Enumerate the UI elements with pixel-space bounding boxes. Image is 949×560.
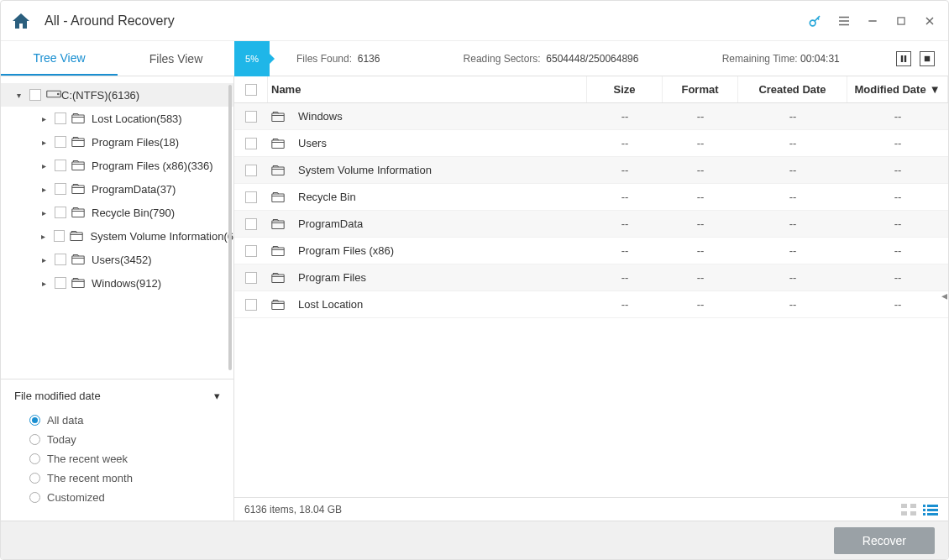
- tree-root[interactable]: ▾ C:(NTFS)(6136): [1, 83, 233, 107]
- tree-item[interactable]: ▸Windows(912): [1, 271, 233, 295]
- checkbox[interactable]: [55, 254, 66, 265]
- checkbox[interactable]: [55, 277, 66, 289]
- tree-item[interactable]: ▸Program Files(18): [1, 130, 233, 154]
- maximize-button[interactable]: [893, 13, 910, 29]
- checkbox[interactable]: [55, 136, 66, 148]
- minimize-button[interactable]: [864, 13, 881, 29]
- filter-panel: File modified date ▾ All dataTodayThe re…: [1, 379, 233, 512]
- checkbox[interactable]: [55, 207, 66, 218]
- chevron-right-icon[interactable]: ▸: [38, 185, 50, 194]
- table-row[interactable]: Users--------: [234, 130, 948, 157]
- cell-modified: --: [847, 244, 948, 257]
- bottom-bar: Recover: [1, 521, 948, 559]
- filter-option[interactable]: Customized: [14, 488, 220, 507]
- radio[interactable]: [29, 434, 40, 445]
- tree-item[interactable]: ▸Recycle Bin(790): [1, 201, 233, 224]
- tree-item[interactable]: ▸Program Files (x86)(336): [1, 154, 233, 177]
- checkbox[interactable]: [55, 160, 66, 171]
- window-title: All - Around Recovery: [45, 13, 807, 29]
- cell-size: --: [587, 298, 663, 311]
- key-icon[interactable]: [807, 13, 824, 29]
- filter-option[interactable]: The recent month: [14, 468, 220, 488]
- chevron-right-icon[interactable]: ▸: [38, 208, 50, 217]
- radio[interactable]: [29, 453, 40, 464]
- cell-created: --: [738, 298, 847, 311]
- table-row[interactable]: System Volume Information--------: [234, 157, 948, 184]
- svg-rect-17: [72, 209, 84, 217]
- checkbox[interactable]: [245, 272, 257, 284]
- cell-modified: --: [847, 217, 948, 230]
- filter-header[interactable]: File modified date ▾: [14, 390, 220, 402]
- chevron-right-icon[interactable]: ▸: [38, 279, 50, 288]
- recover-button[interactable]: Recover: [834, 527, 935, 554]
- table-row[interactable]: ProgramData--------: [234, 211, 948, 238]
- table-row[interactable]: Recycle Bin--------: [234, 184, 948, 211]
- radio[interactable]: [29, 473, 40, 484]
- svg-rect-23: [272, 167, 284, 175]
- svg-rect-28: [272, 301, 284, 310]
- checkbox[interactable]: [29, 89, 41, 101]
- file-name: Program Files: [298, 271, 366, 284]
- cell-modified: --: [847, 271, 948, 284]
- filter-option[interactable]: The recent week: [14, 449, 220, 468]
- col-format[interactable]: Format: [663, 76, 738, 102]
- checkbox[interactable]: [245, 245, 257, 257]
- tree-label: Recycle Bin(790): [92, 207, 175, 219]
- sidebar: ▾ C:(NTFS)(6136) ▸Lost Location(583)▸Pro…: [1, 76, 234, 521]
- checkbox[interactable]: [55, 183, 66, 195]
- radio[interactable]: [29, 492, 40, 503]
- chevron-down-icon[interactable]: ▾: [13, 91, 24, 100]
- checkbox[interactable]: [245, 299, 257, 311]
- chevron-right-icon[interactable]: ▸: [38, 161, 50, 170]
- file-name: Program Files (x86): [298, 244, 394, 257]
- tab-files-view[interactable]: Files View: [118, 41, 234, 76]
- col-modified[interactable]: Modified Date▼: [847, 76, 948, 102]
- sort-desc-icon: ▼: [930, 83, 941, 96]
- tab-tree-view[interactable]: Tree View: [1, 41, 118, 76]
- col-name[interactable]: Name: [268, 76, 587, 102]
- table-row[interactable]: Lost Location--------: [234, 291, 948, 318]
- checkbox[interactable]: [245, 165, 257, 176]
- scrollbar[interactable]: [228, 85, 232, 370]
- folder-icon: [70, 230, 83, 242]
- checkbox[interactable]: [245, 111, 257, 123]
- checkbox[interactable]: [245, 191, 257, 203]
- close-button[interactable]: [921, 13, 938, 29]
- checkbox[interactable]: [245, 218, 257, 230]
- table-row[interactable]: Windows--------: [234, 103, 948, 130]
- svg-rect-25: [272, 221, 284, 229]
- checkbox[interactable]: [54, 230, 65, 242]
- table-row[interactable]: Program Files (x86)--------: [234, 238, 948, 264]
- cell-size: --: [587, 164, 663, 176]
- filter-option[interactable]: All data: [14, 411, 220, 430]
- folder-icon: [71, 207, 85, 218]
- pause-button[interactable]: [896, 51, 911, 66]
- tree-item[interactable]: ▸Users(3452): [1, 248, 233, 271]
- chevron-right-icon[interactable]: ▸: [38, 255, 50, 264]
- checkbox[interactable]: [245, 138, 257, 149]
- checkbox[interactable]: [55, 113, 66, 124]
- chevron-right-icon[interactable]: ▸: [38, 138, 50, 147]
- tree-item[interactable]: ▸ProgramData(37): [1, 177, 233, 201]
- home-icon[interactable]: [11, 11, 31, 31]
- svg-rect-36: [927, 509, 938, 511]
- stop-button[interactable]: [920, 51, 935, 66]
- tree-label: ProgramData(37): [92, 183, 176, 196]
- tree-item[interactable]: ▸System Volume Information(6: [1, 224, 233, 248]
- chevron-right-icon[interactable]: ▸: [38, 114, 50, 123]
- col-created[interactable]: Created Date: [738, 76, 847, 102]
- collapse-handle[interactable]: ◂: [941, 289, 948, 309]
- table-row[interactable]: Program Files--------: [234, 264, 948, 291]
- radio[interactable]: [29, 415, 40, 426]
- list-view-icon[interactable]: [923, 504, 938, 516]
- col-size[interactable]: Size: [587, 76, 663, 102]
- select-all-checkbox[interactable]: [245, 84, 257, 96]
- cell-format: --: [663, 164, 738, 176]
- folder-icon: [71, 113, 85, 124]
- grid-view-icon[interactable]: [901, 504, 916, 516]
- menu-icon[interactable]: [836, 13, 852, 29]
- filter-option[interactable]: Today: [14, 430, 220, 449]
- chevron-right-icon[interactable]: ▸: [38, 232, 49, 241]
- tree-item[interactable]: ▸Lost Location(583): [1, 107, 233, 130]
- tree-label: Lost Location(583): [92, 113, 182, 125]
